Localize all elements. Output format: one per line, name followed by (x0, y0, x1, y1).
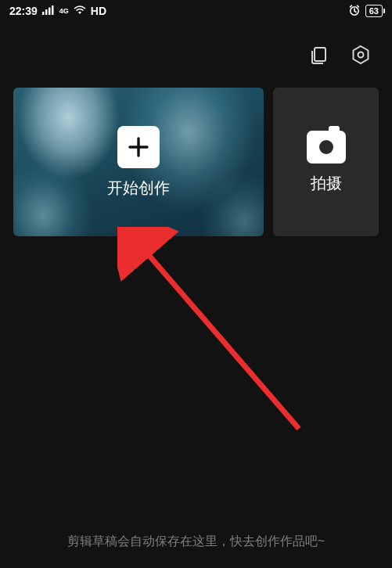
svg-rect-2 (49, 8, 51, 16)
status-time: 22:39 (9, 5, 38, 17)
layers-icon[interactable] (307, 44, 329, 66)
camera-icon (307, 131, 346, 164)
wifi-icon (74, 5, 86, 17)
settings-icon[interactable] (350, 44, 372, 66)
status-left: 22:39 4G HD (9, 5, 106, 17)
cards-row: 开始创作 拍摄 (0, 78, 392, 236)
alarm-icon (348, 4, 361, 19)
svg-rect-0 (42, 12, 45, 15)
battery-indicator: 63 (365, 5, 383, 17)
create-card-inner: 开始创作 (13, 88, 264, 236)
svg-marker-6 (354, 46, 369, 63)
battery-percent: 63 (369, 6, 379, 16)
svg-line-9 (139, 244, 299, 429)
plus-icon (117, 126, 160, 168)
svg-rect-5 (315, 48, 325, 61)
toolbar (0, 31, 392, 78)
annotation-arrow (117, 227, 321, 446)
svg-rect-1 (45, 9, 48, 15)
svg-point-7 (358, 52, 364, 58)
hint-text: 剪辑草稿会自动保存在这里，快去创作作品吧~ (0, 532, 392, 551)
status-right: 63 (348, 4, 383, 19)
status-bar: 22:39 4G HD (0, 0, 392, 22)
hd-label: HD (91, 5, 106, 17)
svg-rect-3 (52, 5, 54, 15)
shoot-card[interactable]: 拍摄 (273, 88, 379, 236)
shoot-label: 拍摄 (311, 173, 342, 194)
create-card[interactable]: 开始创作 (13, 88, 264, 236)
create-label: 开始创作 (107, 178, 170, 199)
signal-icon (42, 5, 55, 17)
network-type: 4G (59, 8, 69, 15)
